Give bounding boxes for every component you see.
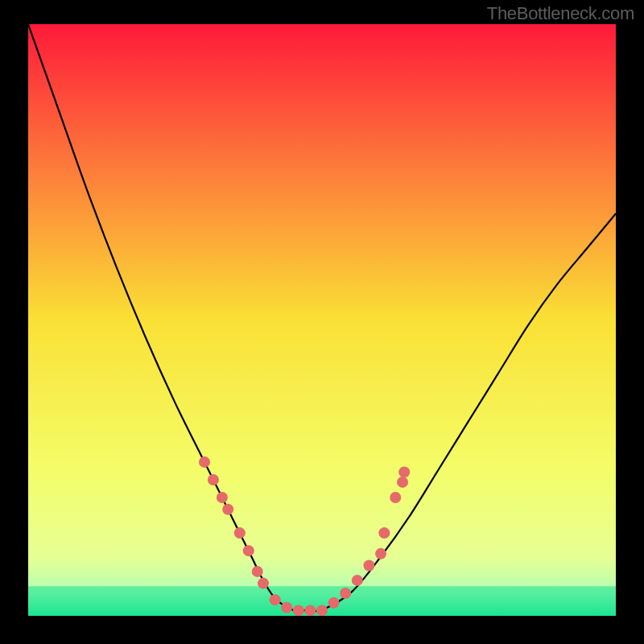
highlight-dot [243, 545, 254, 556]
highlight-dot [258, 578, 269, 589]
gradient-bg [28, 24, 616, 616]
highlight-dot [293, 605, 304, 616]
highlight-dot [378, 527, 390, 539]
highlight-dot [340, 588, 351, 599]
highlight-dot [363, 560, 374, 572]
chart-frame: TheBottleneck.com [0, 0, 644, 644]
highlight-dot [234, 527, 246, 539]
highlight-dot [398, 466, 410, 477]
highlight-dot [390, 492, 401, 503]
highlight-dot [375, 548, 386, 559]
highlight-dot [316, 605, 328, 616]
highlight-dot [281, 602, 292, 613]
highlight-dot [352, 575, 363, 586]
chart-svg [28, 24, 616, 616]
highlight-dot [208, 474, 219, 485]
highlight-dot [199, 456, 210, 468]
plot-area [28, 24, 616, 616]
highlight-dot [252, 566, 263, 577]
highlight-dot [328, 597, 340, 609]
highlight-dot [222, 504, 233, 515]
watermark-label: TheBottleneck.com [487, 3, 634, 24]
highlight-dot [304, 605, 316, 616]
highlight-dot [397, 477, 408, 488]
highlight-dot [217, 492, 228, 503]
highlight-dot [270, 594, 281, 605]
